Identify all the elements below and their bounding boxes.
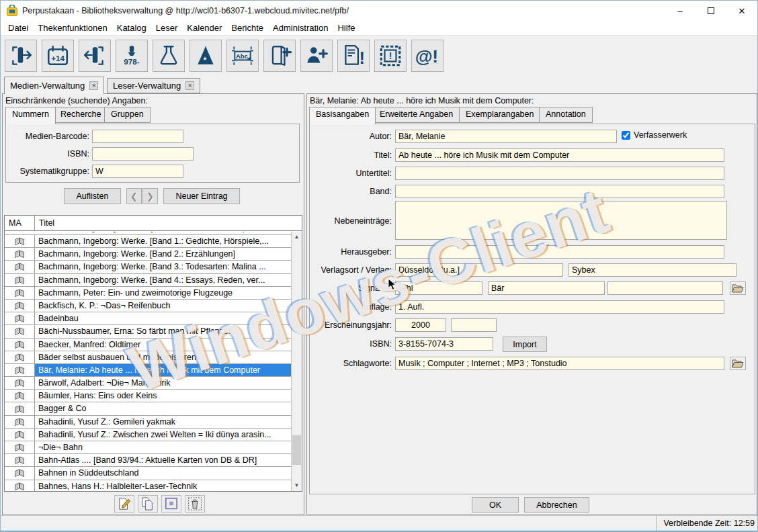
table-row[interactable]: ¬Die¬ Bahn <box>5 441 291 454</box>
delete-record-button[interactable] <box>185 495 205 513</box>
table-row[interactable]: Bahadinli, Yusuf Z.: Gemileri yakmak <box>5 416 291 429</box>
maximize-button[interactable] <box>696 1 726 21</box>
previous-record-button[interactable]: ❮ <box>126 188 142 204</box>
table-row[interactable]: Bachmann, Ingeborg: Werke. [Band 1.: Ged… <box>5 235 291 248</box>
table-row[interactable]: Bäumler, Hans: Eins oder Keins <box>5 390 291 402</box>
select-frame-button[interactable] <box>161 495 181 513</box>
table-cell-ma <box>5 467 35 479</box>
schlagworte-input[interactable] <box>395 357 724 370</box>
subtab-recherche[interactable]: Recherche <box>54 107 108 123</box>
tab-medien-verwaltung[interactable]: Medien-Verwaltung ✕ <box>4 77 104 94</box>
autor-input[interactable] <box>395 130 617 143</box>
table-row[interactable]: Bachmann, Ingeborg: Werke. [Band 2.: Erz… <box>5 248 291 261</box>
barcode-input[interactable] <box>92 130 183 143</box>
table-row[interactable]: Bahn-Atlas .... [Band 93/94.: Aktuelle K… <box>5 454 291 467</box>
scroll-up-icon[interactable]: ▲ <box>292 232 302 242</box>
svg-text:Abc: Abc <box>236 52 249 59</box>
neuer-eintrag-button[interactable]: Neuer Eintrag <box>163 188 240 204</box>
menu-item-berichte[interactable]: Berichte <box>226 21 268 34</box>
add-reader-button[interactable] <box>300 40 333 72</box>
herausgeber-input[interactable] <box>395 245 724 259</box>
tab-annotation[interactable]: Annotation <box>539 107 593 123</box>
auflisten-button[interactable]: Auflisten <box>64 188 121 204</box>
table-row[interactable]: Baecker, Manfred: Oldtimer <box>5 339 291 351</box>
schlagworte-lookup-button[interactable] <box>730 357 746 370</box>
media-checkout-button[interactable] <box>5 40 37 72</box>
column-header-titel[interactable]: Titel <box>35 216 302 230</box>
close-button[interactable]: ✕ <box>726 1 757 21</box>
verfasserwerk-checkbox[interactable] <box>622 131 630 140</box>
nebeneintraege-textarea[interactable] <box>395 201 727 240</box>
table-row[interactable]: Bachmann, Ingeborg: Werke. [Band 4.: Ess… <box>5 274 291 287</box>
menu-item-thekenfunktionen[interactable]: Thekenfunktionen <box>33 21 112 34</box>
titel-input[interactable] <box>395 148 724 162</box>
table-row[interactable]: Bachmann, Ingeborg: Werke. [Band 3.: Tod… <box>5 261 291 273</box>
isbn-scan-button[interactable]: 978- <box>116 40 148 72</box>
copy-record-button[interactable] <box>138 495 158 513</box>
ok-button[interactable]: OK <box>472 497 519 513</box>
column-header-ma[interactable]: MA <box>5 216 35 230</box>
import-button[interactable]: Import <box>503 337 547 352</box>
scroll-down-icon[interactable]: ▼ <box>292 480 302 491</box>
menu-item-datei[interactable]: Datei <box>3 21 33 34</box>
minimize-button[interactable]: – <box>665 1 696 21</box>
menu-item-administration[interactable]: Administration <box>268 21 333 34</box>
erscheinungsjahr-input[interactable] <box>395 318 446 332</box>
signatur-input-1[interactable] <box>395 281 482 295</box>
menu-item-katalog[interactable]: Katalog <box>112 21 151 34</box>
auflage-input[interactable] <box>395 300 724 314</box>
erscheinungsjahr-input-2[interactable] <box>451 318 497 332</box>
verlagsort-input[interactable] <box>395 263 563 277</box>
next-record-button[interactable]: ❯ <box>142 188 158 204</box>
tab-basisangaben[interactable]: Basisangaben <box>309 107 376 124</box>
wizard-button[interactable] <box>190 40 222 72</box>
table-row[interactable]: Bächi-Nussbaumer, Erna: So färbt man mit… <box>5 325 291 338</box>
media-return-button[interactable] <box>79 40 111 72</box>
media-table: MA Titel Bachmann, Ingeborg: Werke. [Ban… <box>4 215 302 492</box>
systematik-input[interactable] <box>92 165 183 178</box>
table-scrollbar[interactable]: ▲ ▼ <box>291 232 302 491</box>
band-input[interactable] <box>395 185 724 198</box>
tab-close-icon[interactable]: ✕ <box>89 81 98 90</box>
isbn-search-input[interactable] <box>92 147 194 161</box>
table-row[interactable]: Bagger & Co <box>5 402 291 415</box>
menu-item-leser[interactable]: Leser <box>151 21 183 34</box>
signatur-input-2[interactable] <box>488 281 605 295</box>
overdue-notice-button[interactable]: ! <box>337 40 370 72</box>
edit-record-button[interactable] <box>114 495 134 513</box>
add-media-button[interactable] <box>263 40 296 72</box>
stamp-notice-button[interactable]: ! <box>374 40 407 72</box>
open-book-icon <box>14 405 25 413</box>
signatur-lookup-button[interactable] <box>730 281 746 295</box>
label-print-button[interactable]: Abc <box>226 40 259 72</box>
table-row[interactable]: Backfisch, K. P.: ¬Das¬ Reifenbuch <box>5 300 291 312</box>
untertitel-input[interactable] <box>395 167 724 180</box>
signatur-input-3[interactable] <box>607 281 723 295</box>
subtab-gruppen[interactable]: Gruppen <box>104 107 151 123</box>
tab-erweiterte-angaben[interactable]: Erweiterte Angaben <box>373 107 460 123</box>
table-row[interactable]: Bahadinli, Yusuf Z.: Zwischen zwei Welte… <box>5 429 291 441</box>
table-row[interactable]: Bahnes, Hans H.: Halbleiter-Laser-Techni… <box>5 480 291 491</box>
funnel-button[interactable] <box>153 40 185 72</box>
subtab-nummern[interactable]: Nummern <box>5 107 56 124</box>
email-notice-button[interactable]: @ ! <box>411 40 444 72</box>
tab-close-icon[interactable]: ✕ <box>185 81 194 90</box>
verlag-input[interactable] <box>568 263 736 277</box>
table-row[interactable]: Bärwolf, Adalbert: ¬Die¬ Marsfabrik <box>5 377 291 390</box>
table-row[interactable]: Bär, Melanie: Ab heute ... höre ich Musi… <box>5 364 291 377</box>
table-cell-titel: Bär, Melanie: Ab heute ... höre ich Musi… <box>35 364 291 376</box>
table-row[interactable]: Badeinbau <box>5 312 291 325</box>
scrollbar-thumb[interactable] <box>292 435 301 465</box>
selection-frame-icon <box>164 497 179 511</box>
table-row[interactable]: Bahnen in Süddeutschland <box>5 467 291 480</box>
tab-leser-verwaltung[interactable]: Leser-Verwaltung ✕ <box>107 78 200 93</box>
table-row[interactable]: Bachmann, Peter: Ein- und zweimotorige F… <box>5 287 291 300</box>
tab-exemplarangaben[interactable]: Exemplarangaben <box>459 107 540 123</box>
table-row[interactable]: Bäder selbst ausbauen und modernisieren <box>5 351 291 364</box>
abbrechen-button[interactable]: Abbrechen <box>524 497 589 513</box>
menu-item-kalender[interactable]: Kalender <box>182 21 226 34</box>
extend-loan-14-button[interactable]: +14 <box>42 40 74 72</box>
isbn-input[interactable] <box>395 337 493 351</box>
menu-item-hilfe[interactable]: Hilfe <box>333 21 360 34</box>
isbn-scanner-978-icon: 978- <box>120 44 144 68</box>
